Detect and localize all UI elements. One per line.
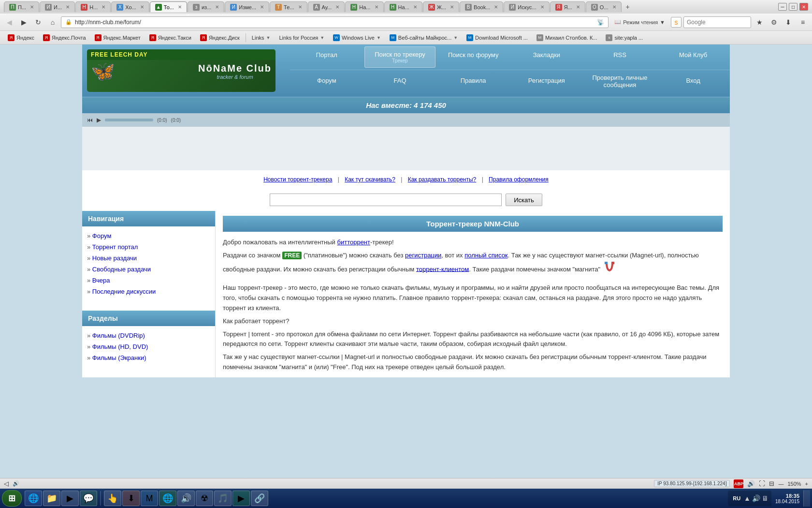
link-tracker-news[interactable]: Новости торрент-трекера [263,176,332,183]
tab-7[interactable]: И Изме... ✕ [225,1,269,12]
link-how-to-seed[interactable]: Как раздавать торренты? [408,176,477,183]
bookmark-links[interactable]: Links ▼ [248,32,275,43]
tab-close-11[interactable]: ✕ [413,4,417,10]
taskbar-app-nuclear[interactable]: ☢ [196,491,213,506]
main-search-button[interactable]: Искать [506,194,542,206]
forward-button[interactable]: ▶ [17,16,30,29]
nav-faq[interactable]: FAQ [363,70,437,92]
tab-4[interactable]: Х Хо... ✕ [111,1,149,12]
nav-register[interactable]: Регистрация [510,70,583,92]
sidebar-item-torrent-portal[interactable]: Торрент портал [82,241,215,253]
favorites-button[interactable]: ★ [753,16,766,29]
nav-portal[interactable]: Портал [290,45,363,70]
registration-link[interactable]: регистрации [405,252,441,259]
tab-5-active[interactable]: ▲ То... ✕ [150,1,187,12]
sidebar-item-new-releases[interactable]: Новые раздачи [82,253,215,264]
tab-close-2[interactable]: ✕ [66,4,70,10]
bookmark-yandex-taxi[interactable]: Я Яндекс.Такси [145,32,195,43]
bittorrent-link[interactable]: битторрент [337,239,370,246]
player-progress-bar[interactable] [105,119,153,121]
torrent-client-link[interactable]: торрент-клиентом [416,265,469,272]
back-button[interactable]: ◀ [3,16,15,29]
address-input[interactable]: http://nnm-club.me/forum/ [75,19,594,26]
tab-close-10[interactable]: ✕ [375,4,378,10]
player-play-button[interactable]: ▶ [97,117,101,123]
tab-close-1[interactable]: ✕ [30,4,34,10]
tab-close-15[interactable]: ✕ [576,4,580,10]
tab-close-9[interactable]: ✕ [335,4,339,10]
taskbar-app-media-player[interactable]: ▶ [61,491,79,506]
nav-rss[interactable]: RSS [583,45,657,70]
tab-close-4[interactable]: ✕ [140,4,144,10]
link-formatting-rules[interactable]: Правила оформления [489,176,549,183]
sidebar-item-free-releases[interactable]: Свободные раздачи [82,264,215,275]
tab-close-7[interactable]: ✕ [260,4,264,10]
sidebar-item-films-screener[interactable]: Фильмы (Экранки) [82,352,215,363]
bookmark-yandex-market[interactable]: Я Яндекс.Маркет [91,32,145,43]
nav-tracker-search[interactable]: Поиск по трекеру Трекер [364,46,436,68]
close-button[interactable]: ✕ [799,3,808,11]
download-button[interactable]: ⬇ [782,16,795,29]
bookmark-links-russia[interactable]: Links for Россия ▼ [275,32,328,43]
tab-12[interactable]: Ж Ж... ✕ [423,1,459,12]
taskbar-app-ie[interactable]: 🌐 [25,491,42,506]
start-button[interactable]: ⊞ [2,490,22,507]
player-prev-button[interactable]: ⏮ [87,117,93,123]
bookmark-yandex[interactable]: Я Яндекс [4,32,38,43]
taskbar-app-hand[interactable]: 👆 [104,491,121,506]
nav-check-messages[interactable]: Проверить личные сообщения [583,70,657,92]
menu-button[interactable]: ≡ [797,16,809,29]
address-bar[interactable]: 🔒 http://nnm-club.me/forum/ 📡 [61,16,609,28]
nav-forum[interactable]: Форум [290,70,363,92]
minimize-button[interactable]: ─ [778,3,787,11]
status-zoom-plus[interactable]: + [805,481,808,487]
taskbar-app-mx[interactable]: M [141,491,158,506]
tab-close-8[interactable]: ✕ [298,4,302,10]
tab-close-14[interactable]: ✕ [540,4,544,10]
full-list-link[interactable]: полный список [464,252,508,259]
new-tab-button[interactable]: + [622,1,634,12]
tab-6[interactable]: з из... ✕ [188,1,224,12]
taskbar-app-messenger[interactable]: 💬 [80,491,97,506]
sidebar-item-yesterday[interactable]: Вчера [82,275,215,286]
home-button[interactable]: ⌂ [46,16,59,29]
sidebar-item-forum[interactable]: Форум [82,230,215,241]
tab-close-12[interactable]: ✕ [450,4,454,10]
nav-forum-search[interactable]: Поиск по форуму [436,45,510,70]
tab-10[interactable]: Н На... ✕ [345,1,383,12]
tab-8[interactable]: Т Те... ✕ [270,1,307,12]
bookmark-yandex-disk[interactable]: Я Яндекс.Диск [196,32,244,43]
link-how-to-download[interactable]: Как тут скачивать? [345,176,395,183]
taskbar-app-green[interactable]: ▶ [232,491,250,506]
nav-login[interactable]: Вход [656,70,730,92]
tab-14[interactable]: И Искус... ✕ [504,1,549,12]
nav-my-club[interactable]: Мой Клуб [656,45,730,70]
taskbar-app-chrome[interactable]: 🌐 [159,491,176,506]
status-zoom-minus[interactable]: — [778,481,783,487]
taskbar-app-torrent[interactable]: ⬇ [122,491,140,506]
tab-9[interactable]: А Ау... ✕ [308,1,345,12]
bookmark-download-microsoft[interactable]: M Download Microsoft ... [463,32,532,43]
tab-2[interactable]: И И... ✕ [40,1,75,12]
taskbar-app-network[interactable]: 🔗 [251,491,268,506]
taskbar-app-speaker[interactable]: 🔊 [177,491,195,506]
bookmark-yandex-mail[interactable]: Я Яндекс.Почта [39,32,90,43]
tab-close-3[interactable]: ✕ [102,4,105,10]
taskbar-app-explorer[interactable]: 📁 [43,491,60,506]
tab-close-16[interactable]: ✕ [612,4,616,10]
sidebar-item-last-discussions[interactable]: Последние дискуссии [82,286,215,297]
show-desktop-button[interactable] [803,490,810,507]
tab-close-5[interactable]: ✕ [178,4,182,10]
tab-13[interactable]: B Book... ✕ [460,1,503,12]
google-search-input[interactable] [683,16,751,28]
bookmark-mikhail[interactable]: М Михаил Столбов. К... [533,32,601,43]
reader-mode-button[interactable]: 📖 Режим чтения ▼ [610,16,669,28]
tab-1[interactable]: П П... ✕ [4,1,39,12]
tab-15[interactable]: Я Я... ✕ [550,1,585,12]
tab-11[interactable]: Н На... ✕ [384,1,422,12]
tab-close-13[interactable]: ✕ [494,4,498,10]
tab-close-6[interactable]: ✕ [215,4,219,10]
sidebar-item-films-hd[interactable]: Фильмы (HD, DVD) [82,341,215,352]
nav-bookmarks[interactable]: Закладки [510,45,583,70]
tools-button[interactable]: ⚙ [768,16,780,29]
